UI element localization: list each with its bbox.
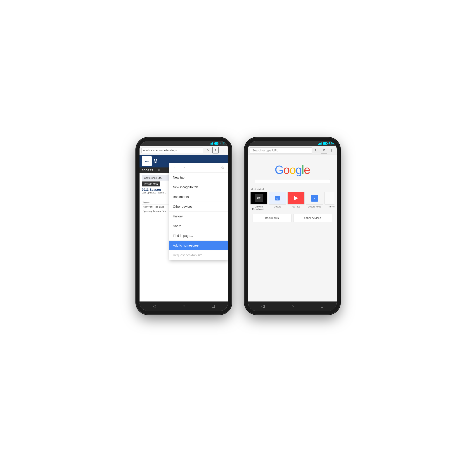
thumbnail-other[interactable]: ... The York...	[324, 192, 335, 211]
thumbnail-youtube[interactable]: YouTube	[288, 192, 305, 211]
back-arrow-icon[interactable]: ←	[173, 166, 177, 170]
home-button-1[interactable]: ○	[183, 304, 185, 309]
menu-item-add-homescreen[interactable]: Add to homescreen	[169, 241, 228, 250]
home-button-2[interactable]: ○	[291, 304, 294, 309]
nav-bar-2: ◁ ○ □	[248, 301, 337, 311]
new-tab-content: Google Most visited CE ChromeExper	[248, 155, 337, 301]
back-button-1[interactable]: ◁	[153, 304, 156, 309]
bookmarks-button[interactable]: Bookmarks	[253, 214, 291, 222]
menu-button-2[interactable]: ⋮	[329, 147, 335, 153]
back-button-2[interactable]: ◁	[261, 304, 265, 309]
status-bar-2: 4:20	[248, 141, 337, 146]
web-content-1: MLS M SCORES N Conference Sta... Results…	[140, 155, 228, 301]
google-letter-o1: o	[283, 163, 289, 176]
signal-bar-1	[210, 144, 210, 145]
google-letter-o2: o	[289, 163, 295, 176]
google-letter-g: G	[275, 163, 283, 176]
nav-bar-1: ◁ ○ □	[140, 301, 228, 311]
phone-1: 4:20 m.mlssoccer.com/standings ↻ 9 ⋮ MLS	[136, 138, 231, 314]
google-letter-g2: g	[295, 163, 302, 176]
battery-icon-2	[323, 142, 327, 145]
scores-nav-item-2: N	[158, 169, 160, 172]
thumbnail-gnews[interactable]: N Google News	[306, 192, 323, 211]
tab-count-2[interactable]: 10	[321, 147, 327, 153]
thumb-google-label: Google	[274, 206, 281, 208]
thumb-other-img: ...	[324, 192, 335, 205]
menu-item-new-tab[interactable]: New tab	[169, 173, 228, 182]
dropdown-nav-row: ← → ☆	[169, 163, 228, 173]
dropdown-menu[interactable]: ← → ☆ New tab New incognito tab Bookmark…	[169, 163, 228, 260]
youtube-play-icon	[294, 196, 298, 200]
thumbnail-chrome[interactable]: CE ChromeExperiment...	[250, 192, 268, 211]
search-url-input[interactable]: Search or type URL	[250, 147, 312, 153]
results-map-btn[interactable]: Results Map	[142, 181, 160, 186]
bookmark-star-icon[interactable]: ☆	[221, 165, 225, 170]
phone-2: 4:20 Search or type URL ↻ 10 ⋮ Google	[245, 138, 340, 314]
thumb-chrome-img: CE	[250, 192, 268, 205]
new-tab-search-bar[interactable]	[255, 179, 330, 183]
phone-1-screen: 4:20 m.mlssoccer.com/standings ↻ 9 ⋮ MLS	[140, 141, 228, 311]
other-devices-button[interactable]: Other devices	[293, 214, 332, 222]
google-letter-l: l	[302, 163, 304, 176]
time-display-1: 4:20	[220, 142, 225, 145]
mls-logo: MLS	[142, 156, 152, 166]
signal-bar-2-3	[320, 143, 321, 145]
signal-bar-2-1	[318, 144, 319, 145]
phone-2-screen: 4:20 Search or type URL ↻ 10 ⋮ Google	[248, 141, 337, 311]
thumb-chrome-inner: CE	[255, 194, 263, 202]
scores-nav-item-1: SCORES	[142, 169, 153, 172]
thumb-youtube-label: YouTube	[291, 206, 300, 208]
google-logo-container: Google	[252, 163, 332, 177]
reload-button-2[interactable]: ↻	[313, 147, 320, 153]
menu-item-find[interactable]: Find in page...	[169, 231, 228, 241]
status-bar-1: 4:20	[140, 141, 228, 146]
signal-bar-4	[212, 142, 213, 145]
url-input[interactable]: m.mlssoccer.com/standings	[141, 148, 203, 153]
phones-container: 4:20 m.mlssoccer.com/standings ↻ 9 ⋮ MLS	[136, 138, 340, 314]
signal-bar-2-4	[321, 142, 322, 145]
most-visited-section: Most visited CE ChromeExperiment...	[248, 188, 337, 222]
menu-item-other-devices[interactable]: Other devices	[169, 202, 228, 212]
thumb-gnews-img: N	[306, 192, 323, 205]
bottom-buttons: Bookmarks Other devices	[250, 214, 335, 222]
reload-button-1[interactable]: ↻	[205, 147, 211, 153]
chrome-address-bar-1: m.mlssoccer.com/standings ↻ 9 ⋮	[140, 146, 228, 155]
forward-arrow-icon[interactable]: →	[181, 166, 186, 170]
thumbnails-row: CE ChromeExperiment... g Google	[250, 192, 335, 211]
menu-item-history[interactable]: History	[169, 212, 228, 221]
menu-item-request-desktop[interactable]: Request desktop site	[169, 250, 228, 260]
thumb-gnews-label: Google News	[308, 206, 321, 208]
signal-icon-2	[318, 142, 322, 145]
signal-bar-2	[211, 143, 211, 145]
thumb-google-img: g	[269, 192, 286, 205]
recents-button-2[interactable]: □	[321, 304, 323, 309]
thumb-other-placeholder: ...	[332, 197, 334, 200]
time-display-2: 4:20	[328, 142, 334, 145]
mls-site-title: M	[154, 158, 158, 164]
recents-button-1[interactable]: □	[212, 304, 215, 309]
menu-item-share[interactable]: Share...	[169, 221, 228, 231]
battery-fill-2	[323, 143, 326, 144]
signal-bar-2-2	[319, 143, 320, 145]
tab-count-1[interactable]: 9	[212, 147, 219, 153]
thumb-youtube-img	[288, 192, 305, 205]
google-g-text: g	[276, 197, 278, 200]
gnews-icon-text: N	[314, 197, 315, 199]
signal-bar-3	[211, 143, 212, 145]
menu-button-1[interactable]: ⋮	[220, 147, 226, 153]
signal-icon	[210, 142, 213, 145]
thumb-chrome-label: ChromeExperiment...	[252, 206, 265, 211]
battery-fill	[215, 143, 218, 144]
chrome-address-bar-2: Search or type URL ↻ 10 ⋮	[248, 146, 337, 155]
battery-icon	[214, 142, 218, 145]
thumb-other-label: The York...	[328, 206, 335, 208]
thumbnail-google[interactable]: g Google	[269, 192, 286, 211]
google-letter-e: e	[304, 163, 310, 176]
menu-item-bookmarks[interactable]: Bookmarks	[169, 192, 228, 202]
menu-item-new-incognito[interactable]: New incognito tab	[169, 182, 228, 192]
mls-logo-inner: MLS	[145, 160, 148, 162]
most-visited-label: Most visited	[250, 188, 335, 191]
mls-logo-text: MLS	[145, 160, 148, 162]
gnews-icon: N	[311, 195, 318, 202]
google-g-icon: g	[275, 196, 280, 200]
